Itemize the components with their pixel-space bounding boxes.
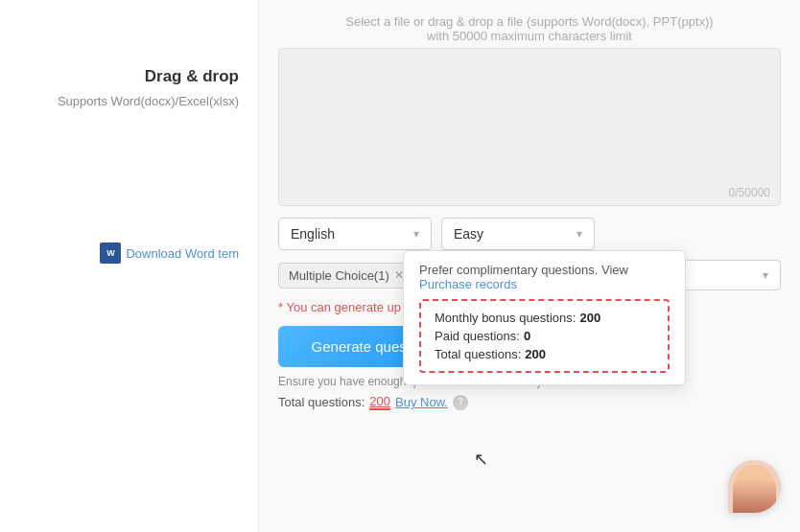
monthly-bonus-row: Monthly bonus questions: 200 xyxy=(435,311,654,325)
help-icon[interactable]: ? xyxy=(453,395,468,410)
monthly-bonus-value: 200 xyxy=(579,311,600,325)
hint-line1: Select a file or drag & drop a file (sup… xyxy=(278,14,781,29)
upload-hint: Select a file or drag & drop a file (sup… xyxy=(278,14,781,43)
avatar-bubble[interactable] xyxy=(728,460,781,513)
page-container: Drag & drop Supports Word(docx)/Excel(xl… xyxy=(0,0,800,532)
supports-text: Supports Word(docx)/Excel(xlsx) xyxy=(58,94,239,108)
left-panel: Drag & drop Supports Word(docx)/Excel(xl… xyxy=(0,0,259,532)
purchase-records-link[interactable]: Purchase records xyxy=(419,277,517,291)
total-questions-tooltip-label: Total questions: xyxy=(435,347,521,361)
word-icon: W xyxy=(100,243,121,264)
paid-questions-row: Paid questions: 0 xyxy=(435,329,654,343)
total-number[interactable]: 200 xyxy=(369,394,390,410)
buy-now-link[interactable]: Buy Now. xyxy=(395,395,448,409)
total-questions-tooltip-row: Total questions: 200 xyxy=(435,347,654,361)
language-value: English xyxy=(291,226,335,242)
language-select[interactable]: English ▾ xyxy=(278,218,432,250)
drag-drop-title: Drag & drop xyxy=(145,67,239,86)
total-label: Total questions: xyxy=(278,395,365,409)
hint-line2: with 50000 maximum characters limit xyxy=(278,29,781,43)
text-input-area[interactable]: 0/50000 xyxy=(278,48,781,206)
tag-multiple-choice[interactable]: Multiple Choice(1) ✕ xyxy=(278,263,414,289)
tooltip-header-text: Prefer complimentary questions. View xyxy=(419,263,628,277)
total-questions-tooltip-value: 200 xyxy=(525,347,546,361)
more-types-chevron-icon: ▾ xyxy=(763,268,768,282)
monthly-bonus-label: Monthly bonus questions: xyxy=(435,311,576,325)
download-word-label: Download Word tem xyxy=(126,246,239,261)
difficulty-value: Easy xyxy=(454,226,483,242)
tooltip-header: Prefer complimentary questions. View Pur… xyxy=(419,263,670,291)
tooltip-popup: Prefer complimentary questions. View Pur… xyxy=(403,250,686,385)
main-area: Select a file or drag & drop a file (sup… xyxy=(259,0,800,532)
tag-label: Multiple Choice(1) xyxy=(289,268,389,283)
char-count: 0/50000 xyxy=(729,186,770,199)
difficulty-chevron-icon: ▾ xyxy=(576,227,582,241)
paid-questions-label: Paid questions: xyxy=(435,329,520,343)
cursor-icon: ↖ xyxy=(474,449,488,470)
difficulty-select[interactable]: Easy ▾ xyxy=(441,218,595,250)
paid-questions-value: 0 xyxy=(524,329,530,343)
tags-row: Multiple Choice(1) ✕ ▾ Prefer compliment… xyxy=(278,260,781,290)
language-chevron-icon: ▾ xyxy=(413,227,419,241)
avatar-person xyxy=(733,465,776,513)
controls-row: English ▾ Easy ▾ xyxy=(278,218,781,250)
total-questions-row: Total questions: 200 Buy Now. ? xyxy=(278,394,781,410)
tooltip-details: Monthly bonus questions: 200 Paid questi… xyxy=(419,299,670,373)
download-word-button[interactable]: W Download Word tem xyxy=(100,243,239,264)
